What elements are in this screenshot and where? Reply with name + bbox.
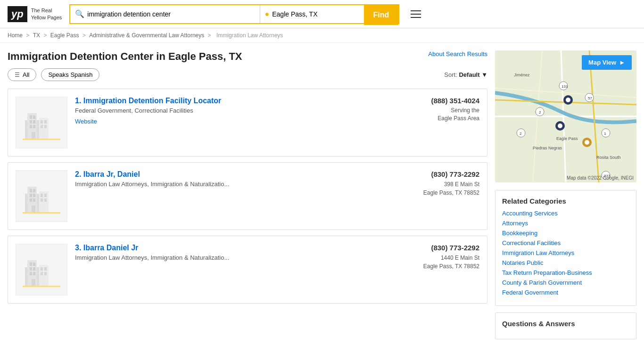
- svg-rect-17: [30, 189, 32, 192]
- svg-rect-37: [33, 272, 35, 275]
- page-title-row: Immigration Detention Center in Eagle Pa…: [8, 50, 487, 63]
- svg-rect-5: [33, 120, 35, 123]
- result-info-2: 2. Ibarra Jr, Daniel Immigration Law Att…: [75, 170, 387, 222]
- building-icon-1: [23, 104, 60, 141]
- yp-logo-box: yp: [8, 6, 27, 22]
- svg-rect-42: [44, 272, 47, 275]
- result-number-3: 3.: [75, 244, 83, 252]
- result-name-2[interactable]: 2. Ibarra Jr, Daniel: [75, 170, 140, 178]
- hamburger-line-3: [411, 17, 421, 18]
- sort-dropdown[interactable]: Default ▼: [459, 71, 487, 78]
- site-header: yp The Real Yellow Pages 🔍 ● Find: [0, 0, 644, 28]
- breadcrumb-city[interactable]: Eagle Pass: [50, 32, 79, 39]
- location-icon: ●: [265, 10, 270, 18]
- result-contact-2: (830) 773-2292 398 E Main StEagle Pass, …: [395, 170, 479, 222]
- result-name-text-1: Immigration Detention Facility Locator: [83, 97, 221, 105]
- building-icon-2: [23, 177, 60, 215]
- svg-rect-7: [33, 125, 35, 128]
- breadcrumb-category[interactable]: Administrative & Governmental Law Attorn…: [89, 32, 204, 39]
- svg-rect-26: [41, 198, 43, 202]
- map-view-button[interactable]: Map View ►: [582, 55, 632, 70]
- result-categories-1: Federal Government, Correctional Facilit…: [75, 107, 387, 114]
- logo-tagline: The Real Yellow Pages: [31, 7, 62, 21]
- svg-text:Piedras Negras: Piedras Negras: [533, 146, 562, 150]
- svg-rect-19: [30, 194, 32, 197]
- result-name-3[interactable]: 3. Ibarra Daniel Jr: [75, 244, 138, 252]
- result-categories-2: Immigration Law Attorneys, Immigration &…: [75, 181, 387, 188]
- svg-rect-36: [30, 272, 32, 275]
- breadcrumb-sep-1: >: [26, 32, 31, 39]
- svg-text:131: 131: [561, 84, 568, 89]
- category-link-federal-govt[interactable]: Federal Government: [502, 289, 629, 296]
- svg-text:Jiménez: Jiménez: [514, 73, 530, 77]
- svg-point-69: [566, 98, 570, 102]
- result-name-1[interactable]: 1. Immigration Detention Facility Locato…: [75, 97, 221, 105]
- category-link-county-parish[interactable]: County & Parish Government: [502, 279, 629, 286]
- svg-rect-40: [44, 267, 47, 271]
- svg-rect-18: [33, 189, 35, 192]
- breadcrumb-sep-4: >: [208, 32, 213, 39]
- search-where-input[interactable]: [272, 10, 359, 18]
- svg-rect-22: [33, 198, 35, 202]
- category-link-immigration-law[interactable]: Immigration Law Attorneys: [502, 249, 629, 256]
- results-column: Immigration Detention Center in Eagle Pa…: [8, 50, 487, 346]
- filter-all-label: All: [23, 71, 29, 78]
- svg-text:57: 57: [588, 96, 592, 100]
- svg-rect-10: [44, 120, 47, 123]
- related-categories-section: Related Categories Accounting Services A…: [495, 190, 636, 306]
- svg-rect-35: [33, 267, 35, 271]
- result-website-1[interactable]: Website: [75, 118, 97, 125]
- result-card: 1. Immigration Detention Facility Locato…: [8, 89, 487, 156]
- find-button[interactable]: Find: [364, 5, 399, 25]
- svg-rect-39: [41, 267, 43, 271]
- result-name-text-3: Ibarra Daniel Jr: [83, 244, 139, 252]
- category-link-correctional[interactable]: Correctional Facilities: [502, 239, 629, 247]
- main-container: Immigration Detention Center in Eagle Pa…: [0, 43, 644, 354]
- qa-section: Questions & Answers: [495, 313, 636, 339]
- breadcrumb-sep-3: >: [83, 32, 87, 39]
- svg-rect-32: [30, 263, 32, 266]
- search-icon: 🔍: [75, 9, 84, 18]
- hamburger-line-1: [411, 10, 421, 11]
- category-link-attorneys[interactable]: Attorneys: [502, 220, 629, 227]
- hamburger-menu-button[interactable]: [407, 7, 425, 22]
- breadcrumb-tx[interactable]: TX: [33, 32, 40, 39]
- qa-title: Questions & Answers: [502, 320, 629, 328]
- category-link-bookkeeping[interactable]: Bookkeeping: [502, 230, 629, 237]
- category-link-tax-return[interactable]: Tax Return Preparation-Business: [502, 269, 629, 276]
- result-phone-1: (888) 351-4024: [395, 97, 479, 105]
- filter-all-button[interactable]: ☰ All: [8, 68, 36, 81]
- result-categories-3: Immigration Law Attorneys, Immigration &…: [75, 254, 387, 261]
- svg-rect-27: [44, 198, 47, 202]
- about-results-link[interactable]: About Search Results: [428, 50, 487, 58]
- result-thumbnail-3: [16, 244, 67, 296]
- page-title: Immigration Detention Center in Eagle Pa…: [8, 50, 242, 63]
- filter-icon: ☰: [15, 72, 20, 78]
- svg-rect-13: [32, 132, 35, 139]
- result-address-3: 1440 E Main StEagle Pass, TX 78852: [395, 254, 479, 271]
- result-card-2: 2. Ibarra Jr, Daniel Immigration Law Att…: [8, 162, 487, 230]
- search-what-input[interactable]: [87, 10, 255, 18]
- svg-rect-44: [23, 286, 60, 287]
- svg-rect-11: [41, 125, 43, 128]
- sidebar-column: Jiménez Eagle Pass Piedras Negras Rosita…: [495, 50, 636, 346]
- speaks-spanish-button[interactable]: Speaks Spanish: [41, 68, 99, 81]
- map-svg: Jiménez Eagle Pass Piedras Negras Rosita…: [495, 50, 636, 182]
- svg-text:2: 2: [539, 110, 541, 115]
- result-phone-3: (830) 773-2292: [395, 244, 479, 252]
- category-link-notaries[interactable]: Notaries Public: [502, 259, 629, 266]
- result-info-1: 1. Immigration Detention Facility Locato…: [75, 97, 387, 148]
- svg-rect-12: [44, 125, 47, 128]
- svg-rect-25: [44, 194, 47, 197]
- svg-text:1: 1: [604, 132, 606, 136]
- result-thumbnail-1: [16, 97, 67, 148]
- category-link-accounting[interactable]: Accounting Services: [502, 210, 629, 217]
- result-phone-2: (830) 773-2292: [395, 170, 479, 178]
- breadcrumb-sep-2: >: [43, 32, 48, 39]
- result-card-3: 3. Ibarra Daniel Jr Immigration Law Atto…: [8, 236, 487, 304]
- result-name-text-2: Ibarra Jr, Daniel: [83, 170, 140, 178]
- filter-bar: ☰ All Speaks Spanish Sort: Default ▼: [8, 68, 487, 81]
- svg-rect-9: [41, 120, 43, 123]
- breadcrumb-home[interactable]: Home: [8, 32, 23, 39]
- svg-point-73: [585, 140, 589, 145]
